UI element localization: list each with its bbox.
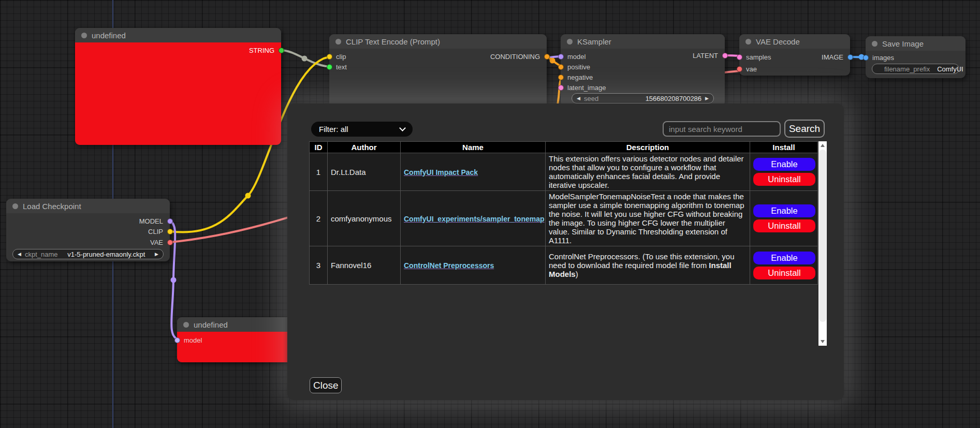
column-header: Description: [546, 142, 750, 153]
output-string[interactable]: STRING: [249, 45, 281, 55]
latent-port-icon[interactable]: [722, 53, 728, 58]
search-button[interactable]: Search: [784, 120, 825, 138]
input-model[interactable]: model: [561, 51, 586, 62]
model-port-icon[interactable]: [167, 218, 173, 224]
output-image[interactable]: IMAGE: [822, 52, 850, 62]
uninstall-button[interactable]: Uninstall: [753, 267, 815, 279]
conditioning-port-icon[interactable]: [544, 54, 550, 60]
extensions-table-head-row: IDAuthorNameDescriptionInstall: [310, 142, 818, 153]
input-negative[interactable]: negative: [561, 72, 593, 82]
widget-label: ckpt_name: [25, 250, 58, 258]
extension-link[interactable]: ComfyUI Impact Pack: [404, 168, 478, 176]
cell-author: comfyanonymous: [328, 191, 401, 246]
node-ksampler[interactable]: KSampler model positive negative latent_…: [561, 34, 725, 107]
model-port-icon[interactable]: [174, 337, 180, 343]
conditioning-port-icon[interactable]: [558, 75, 564, 80]
decrement-arrow-icon[interactable]: ◀: [18, 252, 21, 257]
enable-button[interactable]: Enable: [753, 158, 815, 171]
collapse-dot-icon[interactable]: [81, 33, 87, 38]
node-clip-text-encode[interactable]: CLIP Text Encode (Prompt) clip text COND…: [329, 34, 547, 112]
increment-arrow-icon[interactable]: ▶: [705, 96, 709, 101]
comfyui-canvas[interactable]: undefined STRING CLIP Text Encode (Promp…: [0, 0, 980, 428]
input-text[interactable]: text: [329, 62, 347, 72]
model-port-icon[interactable]: [558, 54, 564, 60]
uninstall-button[interactable]: Uninstall: [753, 173, 815, 186]
input-latent-image[interactable]: latent_image: [561, 82, 606, 93]
wire-dot: [245, 193, 251, 199]
vae-port-icon[interactable]: [167, 240, 173, 245]
column-header: Install: [750, 142, 818, 153]
collapse-dot-icon[interactable]: [567, 39, 573, 45]
collapse-dot-icon[interactable]: [745, 39, 751, 45]
node-title-bar[interactable]: Save Image: [866, 36, 966, 51]
decrement-arrow-icon[interactable]: ◀: [577, 96, 580, 101]
image-port-icon[interactable]: [863, 55, 869, 61]
vae-port-icon[interactable]: [737, 66, 742, 72]
seed-widget[interactable]: ◀ seed 156680208700286 ▶: [572, 93, 714, 104]
node-load-checkpoint[interactable]: Load Checkpoint MODEL CLIP VAE ◀ ckpt_na…: [6, 199, 170, 261]
close-button[interactable]: Close: [310, 377, 342, 393]
enable-button[interactable]: Enable: [753, 252, 815, 264]
extension-link[interactable]: ComfyUI_experiments/sampler_tonemap: [404, 215, 545, 223]
output-latent[interactable]: LATENT: [693, 50, 725, 61]
scrollbar-thumb[interactable]: [819, 150, 826, 322]
clip-port-icon[interactable]: [167, 229, 173, 234]
collapse-dot-icon[interactable]: [872, 41, 877, 47]
description-text: ControlNet Preprocessors. (To use this e…: [549, 252, 735, 270]
node-body: STRING: [75, 42, 281, 145]
input-vae[interactable]: vae: [739, 64, 757, 74]
node-title: CLIP Text Encode (Prompt): [346, 37, 440, 46]
node-title: VAE Decode: [756, 37, 800, 46]
scroll-down-arrow-icon[interactable]: [821, 340, 825, 343]
scroll-up-arrow-icon[interactable]: [821, 144, 825, 147]
output-model[interactable]: MODEL: [139, 216, 170, 226]
cell-name: ComfyUI Impact Pack: [401, 153, 546, 191]
search-input[interactable]: [663, 121, 781, 137]
node-title-bar[interactable]: Load Checkpoint: [6, 199, 170, 213]
string-port-icon[interactable]: [279, 48, 284, 53]
collapse-dot-icon[interactable]: [335, 39, 341, 45]
latent-port-icon[interactable]: [737, 54, 742, 60]
node-title-bar[interactable]: CLIP Text Encode (Prompt): [329, 34, 547, 49]
image-port-icon[interactable]: [847, 54, 853, 60]
node-title-bar[interactable]: undefined: [177, 317, 292, 332]
input-positive[interactable]: positive: [561, 62, 590, 72]
node-title-bar[interactable]: VAE Decode: [739, 34, 850, 49]
input-clip[interactable]: clip: [329, 51, 346, 62]
uninstall-button[interactable]: Uninstall: [753, 219, 815, 232]
wire-dot: [550, 58, 555, 64]
cell-install: EnableUninstall: [750, 246, 818, 285]
cell-author: Fannovel16: [328, 246, 401, 285]
node-vae-decode[interactable]: VAE Decode samples vae IMAGE: [739, 34, 850, 76]
output-conditioning[interactable]: CONDITIONING: [490, 51, 547, 62]
enable-button[interactable]: Enable: [753, 204, 815, 217]
table-scrollbar[interactable]: [818, 141, 827, 346]
clip-port-icon[interactable]: [327, 54, 332, 60]
collapse-dot-icon[interactable]: [183, 322, 189, 328]
latent-port-icon[interactable]: [558, 85, 564, 91]
extension-link[interactable]: ControlNet Preprocessors: [404, 261, 494, 270]
node-undefined-top[interactable]: undefined STRING: [75, 28, 281, 145]
ckpt-name-widget[interactable]: ◀ ckpt_name v1-5-pruned-emaonly.ckpt ▶: [12, 249, 164, 259]
increment-arrow-icon[interactable]: ▶: [155, 252, 158, 257]
input-samples[interactable]: samples: [739, 52, 771, 62]
filter-selected-value: Filter: all: [319, 125, 348, 134]
node-title: undefined: [194, 320, 228, 329]
node-save-image[interactable]: Save Image images filename_prefix ComfyU…: [866, 36, 966, 78]
output-clip[interactable]: CLIP: [148, 226, 170, 237]
collapse-dot-icon[interactable]: [12, 203, 18, 209]
wire-dot: [302, 56, 308, 62]
node-title-bar[interactable]: KSampler: [561, 34, 725, 49]
filename-prefix-widget[interactable]: filename_prefix ComfyUI: [872, 64, 959, 74]
filter-select[interactable]: Filter: all: [311, 122, 413, 137]
node-undefined-bottom[interactable]: undefined model: [177, 317, 292, 362]
input-images[interactable]: images: [866, 52, 894, 63]
conditioning-port-icon[interactable]: [558, 64, 564, 70]
text-port-icon[interactable]: [327, 64, 332, 70]
widget-label: seed: [584, 95, 598, 102]
node-title-bar[interactable]: undefined: [75, 28, 281, 42]
extension-table-scroll-area: IDAuthorNameDescriptionInstall 1Dr.Lt.Da…: [309, 141, 827, 346]
node-title: undefined: [92, 31, 126, 40]
output-vae[interactable]: VAE: [150, 237, 170, 247]
input-model[interactable]: model: [177, 335, 202, 345]
